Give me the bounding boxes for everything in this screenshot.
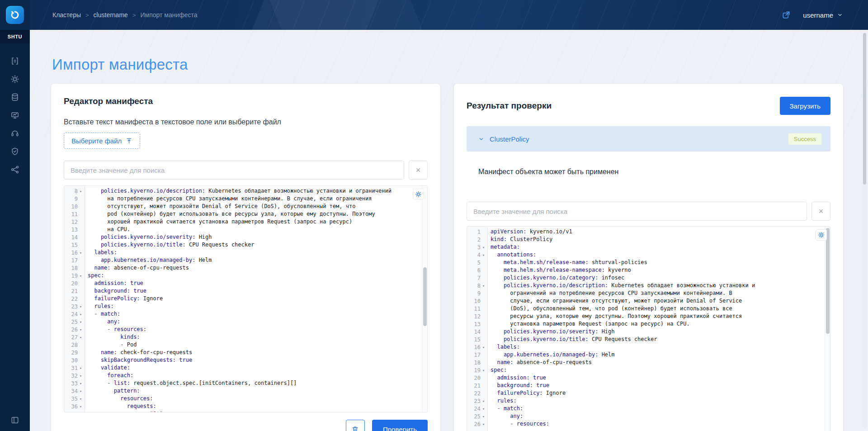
sidebar: SHTU bbox=[0, 0, 30, 431]
monitor-icon[interactable] bbox=[8, 110, 22, 120]
network-nodes-icon[interactable] bbox=[8, 165, 22, 175]
editor-search-input[interactable] bbox=[64, 161, 404, 180]
scrollbar-thumb[interactable] bbox=[826, 228, 830, 334]
line-numbers-gutter[interactable]: 123▾4▾5678▾910111213141516▾171819▾202122… bbox=[467, 227, 488, 431]
result-message: Манифест объекта может быть применен bbox=[478, 168, 830, 176]
breadcrumb-current: Импорт манифеста bbox=[140, 11, 197, 19]
check-button[interactable]: Проверить bbox=[372, 420, 428, 431]
result-search-input[interactable] bbox=[467, 202, 807, 221]
result-clear-search-button[interactable]: × bbox=[811, 202, 830, 221]
editor-settings-gear-icon[interactable] bbox=[413, 189, 424, 200]
editor-actions: Проверить bbox=[64, 420, 428, 431]
chevron-down-icon bbox=[837, 12, 843, 18]
logo-cell bbox=[0, 0, 30, 30]
choose-file-label: Выберите файл bbox=[71, 137, 122, 145]
main-content: Импорт манифеста Редактор манифеста Вста… bbox=[30, 30, 868, 431]
result-code-editor[interactable]: 123▾4▾5678▾910111213141516▾171819▾202122… bbox=[467, 226, 830, 431]
app-label: SHTU bbox=[0, 30, 30, 43]
check-result-card: Результат проверки Загрузить ClusterPoli… bbox=[454, 84, 843, 431]
topbar: Кластеры > clustername > Импорт манифест… bbox=[0, 0, 868, 30]
chevron-down-icon bbox=[478, 136, 484, 142]
upload-icon bbox=[126, 137, 132, 144]
user-menu[interactable]: username bbox=[803, 11, 843, 19]
username: username bbox=[803, 11, 833, 19]
editor-search-row: × bbox=[64, 161, 428, 180]
topbar-right: username bbox=[781, 10, 843, 20]
editor-settings-gear-icon[interactable] bbox=[816, 229, 827, 241]
external-link-icon[interactable] bbox=[781, 10, 791, 20]
headset-icon[interactable] bbox=[8, 128, 22, 138]
result-search-row: × bbox=[467, 202, 830, 221]
sidebar-nav bbox=[8, 56, 22, 175]
page-title: Импорт манифеста bbox=[52, 56, 868, 73]
policy-accordion[interactable]: ClusterPolicy Success bbox=[467, 126, 830, 152]
status-badge: Success bbox=[788, 133, 821, 145]
breadcrumb-separator: > bbox=[132, 12, 136, 19]
page-scrollbar-thumb[interactable] bbox=[863, 33, 866, 185]
code-lines[interactable]: apiVersion: kyverno.io/v1kind: ClusterPo… bbox=[488, 227, 830, 431]
scrollbar-thumb[interactable] bbox=[423, 267, 427, 326]
upload-button[interactable]: Загрузить bbox=[780, 97, 831, 115]
trash-icon bbox=[351, 426, 359, 431]
code-lines[interactable]: policies.kyverno.io/description: Kuberne… bbox=[85, 186, 427, 412]
editor-card-subtitle: Вставьте текст манифеста в текстовое пол… bbox=[64, 118, 428, 126]
logo[interactable] bbox=[6, 6, 24, 24]
editor-clear-search-button[interactable]: × bbox=[409, 161, 428, 180]
manifest-editor-card: Редактор манифеста Вставьте текст манифе… bbox=[51, 84, 440, 431]
editor-card-title: Редактор манифеста bbox=[64, 96, 428, 106]
breadcrumb-separator: > bbox=[85, 12, 89, 19]
collapse-panel-icon[interactable] bbox=[0, 416, 30, 425]
editor-scrollbar[interactable] bbox=[825, 227, 830, 431]
delete-manifest-button[interactable] bbox=[346, 420, 365, 431]
code-brackets-icon[interactable] bbox=[8, 56, 22, 66]
choose-file-button[interactable]: Выберите файл bbox=[64, 133, 140, 149]
manifest-code-editor[interactable]: 8▾910111213141516▾171819▾20212223▾24▾25▾… bbox=[64, 185, 428, 412]
shield-check-icon[interactable] bbox=[8, 147, 22, 156]
line-numbers-gutter[interactable]: 8▾910111213141516▾171819▾20212223▾24▾25▾… bbox=[64, 186, 85, 412]
breadcrumb-clustername[interactable]: clustername bbox=[94, 11, 128, 19]
result-card-title: Результат проверки bbox=[467, 101, 552, 111]
result-card-header: Результат проверки Загрузить bbox=[467, 96, 830, 115]
breadcrumb-clusters[interactable]: Кластеры bbox=[52, 11, 81, 19]
breadcrumb: Кластеры > clustername > Импорт манифест… bbox=[52, 11, 198, 19]
gear-icon[interactable] bbox=[8, 74, 22, 84]
page-scrollbar[interactable] bbox=[863, 32, 867, 428]
policy-name: ClusterPolicy bbox=[490, 135, 529, 143]
editor-scrollbar[interactable] bbox=[422, 186, 427, 412]
database-icon[interactable] bbox=[8, 92, 22, 102]
